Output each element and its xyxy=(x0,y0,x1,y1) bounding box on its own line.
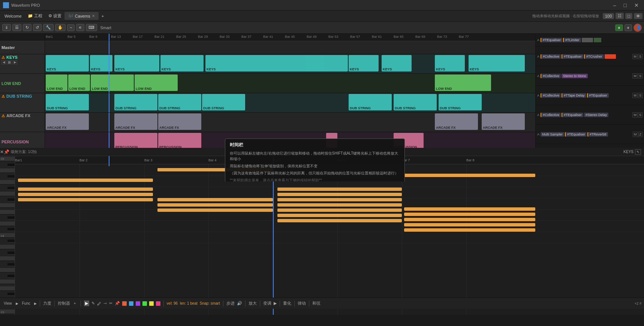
maximize-button[interactable]: □ xyxy=(622,2,629,8)
visibility-btn[interactable]: 👁 xyxy=(634,13,643,19)
piano-key-f4[interactable] xyxy=(0,203,15,208)
clip-arcade-3[interactable]: ARCADE FX xyxy=(158,113,201,130)
plugin-collective-lowend[interactable]: #Collective xyxy=(541,74,561,78)
pr-note-3-2[interactable] xyxy=(277,193,402,196)
piano-key-c5[interactable]: C5 xyxy=(0,157,15,161)
pr-note-4-6[interactable] xyxy=(404,228,535,232)
piano-key-b4[interactable] xyxy=(0,168,15,173)
lowend-m-btn[interactable]: M xyxy=(632,73,638,79)
piano-key-eb3-black[interactable] xyxy=(7,293,15,296)
add-clip-plus[interactable]: + xyxy=(625,24,632,31)
clip-keys-8[interactable]: KEYS xyxy=(435,55,465,71)
clip-arcade-2[interactable]: ARCADE FX xyxy=(114,113,157,130)
toolbar-wave[interactable]: ~ xyxy=(67,24,75,31)
clip-arcade-5[interactable]: ARCADE FX xyxy=(482,113,525,130)
pr-color-4[interactable] xyxy=(142,301,147,306)
tab-caverns[interactable]: 🎶 Caverns ✕ xyxy=(64,12,99,20)
toolbar-redo[interactable]: ↺ xyxy=(33,24,42,31)
pr-edit-btn[interactable]: ✎ xyxy=(635,149,641,155)
arcade-m-btn[interactable]: M xyxy=(632,112,638,118)
view-mode-btn[interactable]: ☷ xyxy=(616,13,624,19)
plugin-teq-perc[interactable]: #TEqualiser xyxy=(565,132,587,137)
keys-s-btn[interactable]: S xyxy=(638,54,643,59)
clip-keys-5[interactable]: KEYS xyxy=(205,55,348,71)
arcade-s-btn[interactable]: S xyxy=(638,112,643,118)
piano-key-c3[interactable]: C3 xyxy=(0,310,15,314)
pr-color-5[interactable] xyxy=(149,301,154,306)
pr-note-4-2[interactable] xyxy=(404,207,535,211)
piano-key-bb3-black[interactable] xyxy=(7,252,15,255)
clip-dub-1[interactable]: DUB STRING xyxy=(46,94,89,110)
menu-settings[interactable]: ⚙ 设置 xyxy=(45,12,64,20)
minimize-button[interactable]: – xyxy=(611,2,619,8)
clip-keys-gap[interactable] xyxy=(306,55,324,71)
piano-key-a3[interactable] xyxy=(0,256,15,261)
plugin-stereo-mono[interactable]: Stereo to Mono xyxy=(562,74,588,78)
clip-arcade-1[interactable]: ARCADE FX xyxy=(46,113,89,130)
track-row-keys[interactable]: KEYS KEYS KEYS KEYS KEYS KEYS KEYS KEYS … xyxy=(45,54,535,74)
pr-note-3-1[interactable] xyxy=(277,188,402,191)
pr-add-ctrl[interactable]: + xyxy=(72,301,78,306)
piano-roll-pin[interactable]: 📌 xyxy=(4,149,9,155)
pr-note-4-1[interactable] xyxy=(404,174,535,177)
pr-color-6[interactable] xyxy=(156,301,160,306)
piano-key-a4[interactable] xyxy=(0,180,15,185)
add-tab-button[interactable]: + xyxy=(99,12,107,20)
piano-key-ab4-black[interactable] xyxy=(7,187,15,190)
pr-note-4-3[interactable] xyxy=(404,213,535,216)
pr-note-2-2[interactable] xyxy=(157,198,273,201)
toolbar-avatar[interactable]: 👤 xyxy=(634,24,642,32)
pr-color-3[interactable] xyxy=(136,301,140,306)
track-header-dub[interactable]: ⚠ DUB STRING xyxy=(0,93,45,113)
clip-perc-1[interactable]: PERCUSSION xyxy=(114,133,157,149)
plugin-slider-keys[interactable] xyxy=(605,54,616,59)
plugin-multisampler-perc[interactable]: Multi Sampler xyxy=(541,132,564,137)
plugin-teq-master[interactable]: #TEqualiser xyxy=(541,38,562,42)
clip-keys-7[interactable]: KEYS xyxy=(382,55,412,71)
pr-note-2-3[interactable] xyxy=(157,203,273,207)
track-header-keys[interactable]: ⚠ KEYS ◀ ▤ ▶ xyxy=(0,54,45,74)
clip-perc-2[interactable]: PERCUSSION xyxy=(158,133,201,149)
plugin-reverb-perc[interactable]: #TReverb8 xyxy=(587,132,608,137)
toggle-btn[interactable]: □ xyxy=(625,13,632,19)
track-row-lowend[interactable]: LOW END LOW END LOW END LOW END LOW END xyxy=(45,74,535,93)
clip-lowend-4[interactable]: LOW END xyxy=(135,74,178,91)
pr-f-right[interactable]: F xyxy=(640,302,642,305)
plugin-collective-arcade[interactable]: #Collective xyxy=(541,113,561,117)
clip-arcade-4[interactable]: ARCADE FX xyxy=(435,113,478,130)
piano-key-g4[interactable] xyxy=(0,192,15,196)
keys-m-btn[interactable]: M xyxy=(632,54,638,59)
menu-welcome[interactable]: Welcome xyxy=(1,12,25,20)
keys-ctrl-right[interactable]: ▶ xyxy=(13,60,17,64)
pr-note-5-3[interactable] xyxy=(277,219,402,222)
clip-keys-1[interactable]: KEYS xyxy=(46,55,89,71)
dub-m-btn[interactable]: M xyxy=(632,93,638,98)
toolbar-hand[interactable]: ✋ xyxy=(55,24,66,31)
track-row-dub[interactable]: DUB STRING DUB STRING DUB STRING DUB STR… xyxy=(45,93,535,113)
toolbar-download[interactable]: ⇓ xyxy=(2,24,11,31)
keys-ctrl-mid[interactable]: ▤ xyxy=(7,60,12,64)
pr-func-btn[interactable]: Func xyxy=(21,301,32,306)
pr-play-icon[interactable]: ▶ xyxy=(16,302,18,305)
clip-dub-7[interactable]: DUB STRING xyxy=(439,94,482,110)
piano-key-f3[interactable] xyxy=(0,280,15,284)
pr-tool-draw[interactable]: 🖉 xyxy=(97,301,101,306)
piano-roll-note-area[interactable] xyxy=(15,164,644,315)
plugin-collective-dub[interactable]: #Collective xyxy=(541,93,561,98)
dub-s-btn[interactable]: S xyxy=(638,93,643,98)
window-controls[interactable]: – □ ✕ xyxy=(611,2,641,8)
pr-view-btn[interactable]: View xyxy=(2,301,13,306)
piano-key-c4[interactable]: C4 xyxy=(0,233,15,238)
pr-tool-erase[interactable]: ⇾ xyxy=(103,301,107,306)
pr-tool-cut[interactable]: ✂ xyxy=(109,301,112,306)
plugin-teq-keys[interactable]: #TEqualiser xyxy=(562,54,583,59)
pr-note-5-1[interactable] xyxy=(277,208,402,212)
clip-lowend-2[interactable]: LOW END xyxy=(68,74,90,91)
pr-note-1-1[interactable] xyxy=(18,179,153,182)
plugin-teq-arcade[interactable]: #TEqualiser xyxy=(562,113,583,117)
piano-key-b3[interactable] xyxy=(0,245,15,249)
pr-note-3-3[interactable] xyxy=(277,198,402,201)
pr-note-4-4[interactable] xyxy=(404,218,535,221)
pr-color-1[interactable] xyxy=(122,301,127,306)
zoom-value[interactable]: 100 xyxy=(603,13,614,19)
